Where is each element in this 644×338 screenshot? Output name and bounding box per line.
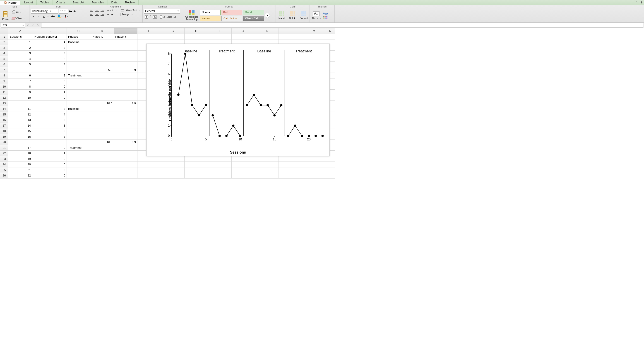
cell[interactable]: 22 — [8, 173, 32, 179]
cell[interactable] — [232, 34, 255, 40]
delete-cells-button[interactable]: Delete — [288, 10, 297, 21]
cell[interactable] — [114, 112, 138, 117]
cell[interactable] — [90, 78, 114, 84]
cell[interactable]: Treatment — [67, 73, 90, 78]
cell[interactable] — [138, 162, 161, 167]
cell[interactable]: 15 — [8, 128, 32, 134]
cell[interactable] — [326, 173, 335, 179]
shrink-font-button[interactable]: A▾ — [73, 10, 76, 13]
row-header[interactable]: 3 — [0, 45, 8, 51]
cell[interactable]: 2 — [32, 56, 67, 62]
cell[interactable] — [114, 151, 138, 156]
cell[interactable] — [302, 156, 326, 162]
cell[interactable] — [114, 173, 138, 179]
cell[interactable]: 0 — [32, 173, 67, 179]
cell[interactable] — [90, 167, 114, 173]
cell[interactable] — [67, 51, 90, 56]
cell[interactable] — [67, 123, 90, 128]
cell[interactable]: 10.5 — [90, 100, 114, 106]
cell[interactable] — [279, 162, 302, 167]
fill-color-menu[interactable]: ▼ — [61, 16, 63, 18]
cell[interactable] — [67, 173, 90, 179]
style-normal[interactable]: Normal — [200, 10, 220, 15]
row-header[interactable]: 13 — [0, 100, 8, 106]
cell[interactable]: 0 — [32, 95, 67, 101]
cell[interactable] — [8, 139, 32, 145]
cell[interactable] — [255, 167, 279, 173]
paste-button[interactable]: Paste — [1, 10, 10, 21]
row-header[interactable]: 26 — [0, 173, 8, 179]
merge-menu[interactable]: ▼ — [131, 13, 133, 16]
cell[interactable]: 14 — [8, 123, 32, 128]
cell[interactable]: 8 — [32, 45, 67, 51]
cell[interactable] — [208, 167, 232, 173]
cell[interactable] — [255, 173, 279, 179]
cancel-formula-icon[interactable]: ✕ — [25, 24, 30, 27]
tab-layout[interactable]: Layout — [20, 0, 37, 5]
cell[interactable] — [138, 173, 161, 179]
cell[interactable]: 1 — [32, 89, 67, 95]
cell[interactable] — [138, 34, 161, 40]
increase-indent-button[interactable]: ⇥ — [111, 13, 113, 16]
underline-button[interactable]: U — [42, 15, 47, 18]
cell[interactable] — [114, 167, 138, 173]
increase-decimal-button[interactable]: .0→.00 — [164, 15, 170, 20]
conditional-formatting-button[interactable]: Conditional Formatting — [184, 10, 199, 21]
col-header-A[interactable]: A — [8, 28, 32, 34]
cell[interactable] — [67, 95, 90, 101]
row-header[interactable]: 15 — [0, 112, 8, 117]
cell[interactable] — [90, 106, 114, 112]
row-header[interactable]: 11 — [0, 89, 8, 95]
cell[interactable] — [90, 84, 114, 90]
align-top-button[interactable] — [90, 9, 93, 12]
cell[interactable]: Baseline — [67, 106, 90, 112]
cell[interactable] — [67, 45, 90, 51]
cell[interactable] — [114, 45, 138, 51]
cell[interactable] — [208, 156, 232, 162]
cell[interactable] — [114, 156, 138, 162]
orientation-button[interactable]: abc↗ — [107, 9, 114, 12]
cell[interactable] — [302, 162, 326, 167]
cell[interactable] — [67, 84, 90, 90]
row-header[interactable]: 6 — [0, 62, 8, 67]
cell[interactable] — [184, 34, 208, 40]
cell[interactable] — [90, 112, 114, 117]
cell[interactable] — [232, 156, 255, 162]
cell[interactable] — [114, 117, 138, 123]
cell[interactable] — [161, 156, 184, 162]
cell[interactable] — [114, 51, 138, 56]
cell[interactable] — [114, 145, 138, 151]
cell[interactable] — [161, 173, 184, 179]
cell[interactable] — [326, 162, 335, 167]
cell[interactable] — [114, 128, 138, 134]
cell[interactable] — [279, 167, 302, 173]
col-header-L[interactable]: L — [279, 28, 302, 34]
grow-font-button[interactable]: A▴ — [69, 9, 72, 13]
cell[interactable] — [114, 56, 138, 62]
tab-charts[interactable]: Charts — [53, 0, 69, 5]
style-neutral[interactable]: Neutral — [200, 16, 220, 21]
name-box[interactable]: E29▴▾ — [1, 23, 25, 28]
cell[interactable]: 4 — [32, 40, 67, 45]
cell[interactable] — [279, 34, 302, 40]
font-name-combo[interactable]: Calibri (Body)▼ — [31, 9, 58, 14]
accounting-menu[interactable]: ▼ — [150, 15, 152, 20]
cell[interactable]: 11 — [8, 106, 32, 112]
col-header-J[interactable]: J — [232, 28, 255, 34]
clear-button[interactable]: Clear▼ — [10, 16, 26, 21]
cell[interactable]: 5.5 — [90, 67, 114, 73]
row-header[interactable]: 22 — [0, 151, 8, 156]
cell[interactable] — [302, 167, 326, 173]
col-header-B[interactable]: B — [32, 28, 67, 34]
cell[interactable] — [208, 162, 232, 167]
cell[interactable]: 8.9 — [114, 139, 138, 145]
cell[interactable]: 9 — [8, 89, 32, 95]
decrease-indent-button[interactable]: ⇤ — [107, 13, 109, 16]
cell[interactable]: 0 — [32, 78, 67, 84]
cell[interactable] — [232, 162, 255, 167]
cell[interactable]: 0 — [32, 167, 67, 173]
fx-icon[interactable]: fx — [35, 24, 40, 27]
cell[interactable] — [67, 162, 90, 167]
cell[interactable] — [114, 89, 138, 95]
cell[interactable] — [67, 100, 90, 106]
